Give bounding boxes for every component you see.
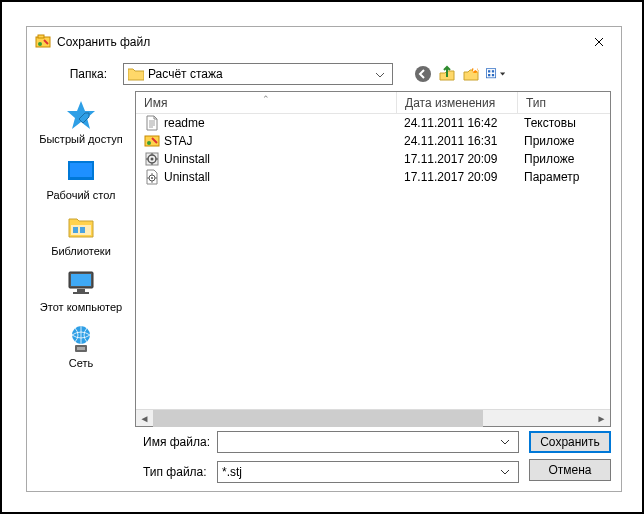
file-type: Параметр: [516, 170, 610, 184]
file-name: readme: [164, 116, 205, 130]
file-type: Текстовы: [516, 116, 610, 130]
folder-combobox[interactable]: Расчёт стажа: [123, 63, 393, 85]
new-folder-button[interactable]: ★: [461, 64, 481, 84]
svg-rect-1: [38, 35, 44, 38]
network-icon: [65, 323, 97, 355]
close-button[interactable]: [577, 27, 621, 57]
svg-rect-9: [488, 74, 490, 76]
save-dialog: Сохранить файл Папка: Расчёт стажа ★: [26, 26, 622, 492]
file-row[interactable]: Uninstall17.11.2017 20:09Параметр: [136, 168, 610, 186]
filetype-combobox[interactable]: *.stj: [217, 461, 519, 483]
svg-rect-15: [73, 227, 78, 233]
filename-combobox[interactable]: [217, 431, 519, 453]
svg-rect-20: [73, 292, 89, 294]
svg-point-2: [38, 42, 42, 46]
libraries-icon: [65, 211, 97, 243]
app-icon: [35, 34, 51, 50]
svg-rect-6: [487, 69, 496, 78]
file-type: Приложе: [516, 152, 610, 166]
file-row[interactable]: readme24.11.2011 16:42Текстовы: [136, 114, 610, 132]
place-libraries[interactable]: Библиотеки: [27, 211, 135, 257]
svg-rect-13: [68, 178, 94, 180]
svg-rect-16: [80, 227, 85, 233]
view-menu-button[interactable]: [485, 64, 505, 84]
filename-label: Имя файла:: [143, 435, 211, 449]
place-computer[interactable]: Этот компьютер: [27, 267, 135, 313]
svg-rect-24: [145, 136, 159, 146]
up-button[interactable]: [437, 64, 457, 84]
svg-rect-19: [77, 289, 85, 292]
file-row[interactable]: Uninstall17.11.2017 20:09Приложе: [136, 150, 610, 168]
chevron-down-icon[interactable]: [372, 67, 388, 81]
svg-rect-12: [70, 163, 92, 177]
svg-point-30: [151, 177, 153, 179]
column-type[interactable]: Тип: [518, 96, 610, 110]
svg-rect-8: [492, 70, 494, 72]
file-date: 17.11.2017 20:09: [396, 170, 516, 184]
svg-point-3: [415, 66, 431, 82]
filename-input[interactable]: [222, 435, 496, 449]
cancel-button[interactable]: Отмена: [529, 459, 611, 481]
places-bar: Быстрый доступ Рабочий стол Библиотеки Э…: [27, 91, 135, 427]
file-icon: [144, 133, 160, 149]
file-icon: [144, 169, 160, 185]
star-icon: [65, 99, 97, 131]
window-title: Сохранить файл: [57, 35, 577, 49]
scroll-thumb[interactable]: [153, 410, 483, 427]
chevron-down-icon[interactable]: [496, 469, 514, 475]
svg-text:★: ★: [470, 65, 481, 75]
titlebar: Сохранить файл: [27, 27, 621, 57]
desktop-icon: [65, 155, 97, 187]
svg-rect-10: [492, 74, 494, 76]
place-desktop[interactable]: Рабочий стол: [27, 155, 135, 201]
folder-icon: [128, 67, 144, 81]
file-date: 24.11.2011 16:42: [396, 116, 516, 130]
place-network[interactable]: Сеть: [27, 323, 135, 369]
chevron-down-icon[interactable]: [496, 439, 514, 445]
folder-label: Папка:: [67, 67, 107, 81]
file-list: Имя ⌃ Дата изменения Тип readme24.11.201…: [135, 91, 611, 427]
file-icon: [144, 151, 160, 167]
scroll-left-icon[interactable]: ◄: [136, 410, 153, 427]
svg-point-25: [147, 141, 151, 145]
column-name[interactable]: Имя ⌃: [136, 96, 396, 110]
place-quick-access[interactable]: Быстрый доступ: [27, 99, 135, 145]
filetype-label: Тип файла:: [143, 465, 211, 479]
save-button[interactable]: Сохранить: [529, 431, 611, 453]
column-headers: Имя ⌃ Дата изменения Тип: [136, 92, 610, 114]
file-type: Приложе: [516, 134, 610, 148]
horizontal-scrollbar[interactable]: ◄ ►: [136, 409, 610, 426]
file-name: Uninstall: [164, 170, 210, 184]
filetype-value: *.stj: [222, 465, 496, 479]
folder-name: Расчёт стажа: [148, 67, 372, 81]
svg-rect-7: [488, 70, 490, 72]
file-icon: [144, 115, 160, 131]
computer-icon: [65, 267, 97, 299]
back-button[interactable]: [413, 64, 433, 84]
column-date[interactable]: Дата изменения: [397, 96, 517, 110]
file-name: Uninstall: [164, 152, 210, 166]
folder-row: Папка: Расчёт стажа ★: [27, 57, 621, 91]
svg-point-28: [151, 158, 154, 161]
file-row[interactable]: STAJ24.11.2011 16:31Приложе: [136, 132, 610, 150]
file-name: STAJ: [164, 134, 192, 148]
file-date: 17.11.2017 20:09: [396, 152, 516, 166]
svg-rect-23: [77, 347, 85, 350]
scroll-right-icon[interactable]: ►: [593, 410, 610, 427]
bottom-panel: Имя файла: Тип файла: *.stj: [27, 427, 621, 491]
svg-rect-18: [71, 274, 91, 286]
file-date: 24.11.2011 16:31: [396, 134, 516, 148]
sort-indicator-icon: ⌃: [262, 94, 270, 104]
